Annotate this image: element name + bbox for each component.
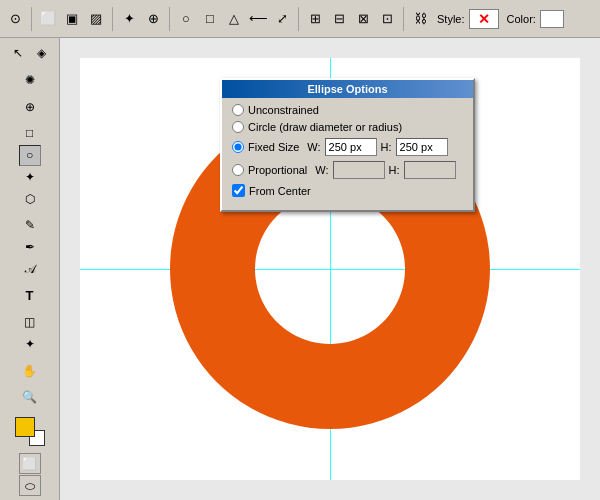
unconstrained-label: Unconstrained [248, 104, 319, 116]
from-center-label: From Center [249, 185, 311, 197]
fixed-h-input[interactable]: 250 px [396, 138, 448, 156]
tb14[interactable]: ⊡ [376, 8, 398, 30]
tb12[interactable]: ⊟ [328, 8, 350, 30]
tb5[interactable]: ⊕ [142, 8, 164, 30]
proportional-radio[interactable] [232, 164, 244, 176]
ellipse-tool[interactable]: ○ [19, 145, 41, 166]
left-toolbar: ↖ ◈ ✺ ⊕ □ ○ ✦ ⬡ ✎ ✒ 𝒜 T ◫ ✦ ✋ 🔍 ⬜ ⬭ [0, 38, 60, 500]
popup-body: Unconstrained Circle (draw diameter or r… [222, 98, 473, 210]
tb6[interactable]: ○ [175, 8, 197, 30]
sep4 [298, 7, 299, 31]
prop-h-input[interactable] [404, 161, 456, 179]
calligraphy-tool[interactable]: 𝒜 [19, 259, 41, 280]
tweak-tool[interactable]: ✺ [19, 70, 41, 91]
sep1 [31, 7, 32, 31]
tb8[interactable]: △ [223, 8, 245, 30]
color-swatches[interactable] [15, 417, 45, 445]
tb13[interactable]: ⊠ [352, 8, 374, 30]
rect-tool[interactable]: □ [19, 123, 41, 144]
fixed-w-input[interactable]: 250 px [325, 138, 377, 156]
color-swatch-box[interactable] [540, 10, 564, 28]
unconstrained-radio[interactable] [232, 104, 244, 116]
w-label: W: [307, 141, 320, 153]
tb11[interactable]: ⊞ [304, 8, 326, 30]
style-box[interactable]: ✕ [469, 9, 499, 29]
h-label: H: [381, 141, 392, 153]
fixed-size-row: Fixed Size W: 250 px H: 250 px [232, 138, 463, 156]
top-toolbar: ⊙ ⬜ ▣ ▨ ✦ ⊕ ○ □ △ ⟵ ⤢ ⊞ ⊟ ⊠ ⊡ ⛓ Style: ✕… [0, 0, 600, 38]
tb9[interactable]: ⟵ [247, 8, 269, 30]
unconstrained-row: Unconstrained [232, 104, 463, 116]
tb2[interactable]: ▣ [61, 8, 83, 30]
ellipse-options-popup: Ellipse Options Unconstrained Circle (dr… [220, 78, 475, 212]
star-tool[interactable]: ✦ [19, 167, 41, 188]
proportional-row: Proportional W: H: [232, 161, 463, 179]
text-tool[interactable]: T [19, 285, 41, 306]
fixed-size-radio[interactable] [232, 141, 244, 153]
tb4[interactable]: ✦ [118, 8, 140, 30]
prop-w-label: W: [315, 164, 328, 176]
tb10[interactable]: ⤢ [271, 8, 293, 30]
select-tool[interactable]: ↖ [7, 42, 29, 64]
fg-swatch[interactable] [15, 417, 35, 437]
tb3[interactable]: ▨ [85, 8, 107, 30]
dropper-tool[interactable]: ✦ [19, 334, 41, 355]
zoom-left-tool[interactable]: ⊕ [19, 96, 41, 117]
circle-label: Circle (draw diameter or radius) [248, 121, 402, 133]
style-label: Style: [437, 13, 465, 25]
popup-title: Ellipse Options [222, 80, 473, 98]
tb7[interactable]: □ [199, 8, 221, 30]
prop-h-label: H: [389, 164, 400, 176]
oval-shape-tool[interactable]: ⬭ [19, 475, 41, 496]
sep5 [403, 7, 404, 31]
3d-tool[interactable]: ⬡ [19, 188, 41, 209]
select-icon[interactable]: ⊙ [4, 8, 26, 30]
style-x-icon: ✕ [478, 11, 490, 27]
sep3 [169, 7, 170, 31]
tb15[interactable]: ⛓ [409, 8, 431, 30]
prop-w-input[interactable] [333, 161, 385, 179]
circle-radio[interactable] [232, 121, 244, 133]
sep2 [112, 7, 113, 31]
from-center-row: From Center [232, 184, 463, 197]
circle-row: Circle (draw diameter or radius) [232, 121, 463, 133]
main-area: ↖ ◈ ✺ ⊕ □ ○ ✦ ⬡ ✎ ✒ 𝒜 T ◫ ✦ ✋ 🔍 ⬜ ⬭ [0, 38, 600, 500]
node-tool[interactable]: ◈ [30, 42, 52, 64]
fixed-size-label: Fixed Size [248, 141, 299, 153]
hand-tool[interactable]: ✋ [19, 360, 41, 381]
from-center-checkbox[interactable] [232, 184, 245, 197]
tb1[interactable]: ⬜ [37, 8, 59, 30]
gradient-tool[interactable]: ◫ [19, 312, 41, 333]
rect-shape-tool[interactable]: ⬜ [19, 453, 41, 474]
pencil-tool[interactable]: ✎ [19, 215, 41, 236]
zoom-tool[interactable]: 🔍 [19, 387, 41, 408]
pen-tool[interactable]: ✒ [19, 237, 41, 258]
tool-row-1: ↖ ◈ [7, 42, 52, 64]
proportional-label: Proportional [248, 164, 307, 176]
canvas-area[interactable]: Ellipse Options Unconstrained Circle (dr… [60, 38, 600, 500]
color-label: Color: [507, 13, 536, 25]
